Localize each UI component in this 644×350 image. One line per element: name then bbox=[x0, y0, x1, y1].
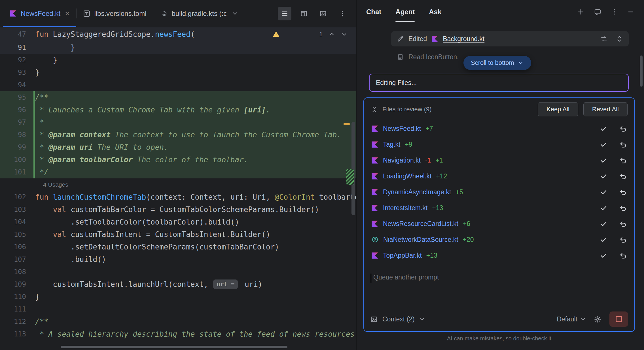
compare-icon[interactable] bbox=[600, 35, 608, 42]
tab-newsfeed[interactable]: NewsFeed.kt × bbox=[3, 0, 76, 27]
tab-libs-versions[interactable]: libs.versions.toml bbox=[77, 0, 153, 27]
file-link[interactable]: InterestsItem.kt bbox=[383, 204, 427, 212]
code-editor[interactable]: 91 }92 }93}9495/**96 * Launches a Custom… bbox=[0, 41, 356, 350]
close-icon[interactable]: × bbox=[65, 10, 69, 18]
file-link[interactable]: NewsResourceCardList.kt bbox=[383, 220, 458, 228]
collapse-icon[interactable] bbox=[371, 106, 378, 113]
revert-file-button[interactable] bbox=[619, 188, 627, 196]
code-line[interactable]: 91 } bbox=[0, 41, 356, 54]
code-line[interactable]: 106 .setDefaultColorSchemeParams(customT… bbox=[0, 241, 356, 253]
revert-all-button[interactable]: Revert All bbox=[583, 102, 628, 116]
horizontal-scrollbar[interactable] bbox=[61, 346, 287, 348]
file-link[interactable]: DynamicAsyncImage.kt bbox=[383, 188, 451, 196]
revert-file-button[interactable] bbox=[619, 125, 627, 133]
context-selector[interactable]: Context (2) bbox=[382, 315, 415, 323]
kebab-menu-icon[interactable] bbox=[611, 8, 618, 16]
code-line[interactable]: 102fun launchCustomChromeTab(context: Co… bbox=[0, 191, 356, 203]
accept-file-button[interactable] bbox=[600, 172, 607, 180]
file-row[interactable]: DynamicAsyncImage.kt+5 bbox=[364, 184, 634, 200]
tab-build-gradle[interactable]: build.gradle.kts (:c bbox=[153, 0, 245, 27]
code-line[interactable]: 111 bbox=[0, 303, 356, 315]
file-row[interactable]: InterestsItem.kt+13 bbox=[364, 200, 634, 216]
code-line[interactable]: 109 customTabsIntent.launchUrl(context, … bbox=[0, 278, 356, 291]
accept-file-button[interactable] bbox=[600, 125, 607, 133]
accept-file-button[interactable] bbox=[600, 157, 607, 164]
file-link[interactable]: LoadingWheel.kt bbox=[383, 172, 431, 180]
file-link[interactable]: NewsFeed.kt bbox=[383, 125, 421, 133]
code-line[interactable]: 113 * A sealed hierarchy describing the … bbox=[0, 328, 356, 340]
code-line[interactable]: 99 * @param uri The URI to open. bbox=[0, 141, 356, 153]
revert-file-button[interactable] bbox=[619, 172, 627, 180]
image-icon[interactable] bbox=[316, 7, 330, 20]
accept-file-button[interactable] bbox=[600, 141, 607, 148]
tab-chat[interactable]: Chat bbox=[366, 0, 381, 24]
code-line[interactable]: 100 * @param toolbarColor The color of t… bbox=[0, 153, 356, 166]
revert-file-button[interactable] bbox=[619, 141, 627, 148]
chevron-down-icon[interactable] bbox=[341, 31, 348, 38]
accept-file-button[interactable] bbox=[600, 188, 607, 196]
panel-scrollbar[interactable] bbox=[640, 56, 643, 87]
revert-file-button[interactable] bbox=[619, 236, 627, 244]
accept-file-button[interactable] bbox=[600, 252, 607, 259]
code-line[interactable]: 105 val customTabsIntent = CustomTabsInt… bbox=[0, 228, 356, 241]
file-row[interactable]: Navigation.kt-1+1 bbox=[364, 152, 634, 168]
chevron-up-icon[interactable] bbox=[328, 31, 335, 38]
usages-inlay[interactable]: 4 Usages bbox=[0, 178, 356, 191]
additions-count: +13 bbox=[432, 204, 443, 212]
sticky-code-line[interactable]: 47 fun LazyStaggeredGridScope.newsFeed( … bbox=[0, 27, 356, 41]
revert-file-button[interactable] bbox=[619, 220, 627, 228]
file-link[interactable]: Navigation.kt bbox=[383, 157, 421, 164]
tab-ask[interactable]: Ask bbox=[429, 0, 441, 24]
code-line[interactable]: 97 * bbox=[0, 116, 356, 129]
code-line[interactable]: 98 * @param context The context to use t… bbox=[0, 129, 356, 141]
code-line[interactable]: 107 .build() bbox=[0, 253, 356, 266]
code-line[interactable]: 110} bbox=[0, 291, 356, 303]
vertical-scrollbar[interactable] bbox=[351, 122, 355, 215]
unfold-icon[interactable] bbox=[616, 35, 623, 42]
image-icon[interactable] bbox=[370, 315, 378, 323]
revert-file-button[interactable] bbox=[619, 252, 627, 259]
scroll-to-bottom-button[interactable]: Scroll to bottom bbox=[463, 56, 531, 70]
accept-file-button[interactable] bbox=[600, 204, 607, 212]
file-link[interactable]: Tag.kt bbox=[383, 141, 400, 148]
keep-all-button[interactable]: Keep All bbox=[538, 102, 578, 116]
file-row[interactable]: NewsFeed.kt+7 bbox=[364, 121, 634, 136]
code-line[interactable]: 104 .setToolbarColor(toolbarColor).build… bbox=[0, 216, 356, 228]
code-line[interactable]: 94 bbox=[0, 79, 356, 91]
accept-file-button[interactable] bbox=[600, 236, 607, 244]
gear-icon[interactable] bbox=[594, 315, 601, 323]
stop-button[interactable] bbox=[609, 311, 628, 327]
accept-file-button[interactable] bbox=[600, 220, 607, 228]
file-link[interactable]: NiaNetworkDataSource.kt bbox=[383, 236, 458, 244]
comment-bubble-icon[interactable] bbox=[594, 8, 601, 16]
code-line[interactable]: 95/** bbox=[0, 91, 356, 104]
file-row[interactable]: TopAppBar.kt+13 bbox=[364, 247, 634, 263]
edited-file-link[interactable]: Background.kt bbox=[443, 35, 484, 43]
file-link[interactable]: TopAppBar.kt bbox=[383, 252, 422, 259]
vcs-change-stripe-mark[interactable] bbox=[346, 169, 354, 185]
code-line[interactable]: 92 } bbox=[0, 54, 356, 66]
code-line[interactable]: 103 val customTabBarColor = CustomTabCol… bbox=[0, 203, 356, 216]
code-line[interactable]: 108 bbox=[0, 266, 356, 278]
code-line[interactable]: 96 * Launches a Custom Chrome Tab with t… bbox=[0, 104, 356, 116]
revert-file-button[interactable] bbox=[619, 157, 627, 164]
chevron-down-icon[interactable] bbox=[232, 10, 238, 17]
kebab-menu-icon[interactable] bbox=[336, 7, 349, 20]
file-row[interactable]: NiaNetworkDataSource.kt+20 bbox=[364, 232, 634, 247]
file-row[interactable]: Tag.kt+9 bbox=[364, 136, 634, 152]
warning-stripe-mark[interactable] bbox=[344, 123, 350, 125]
revert-file-button[interactable] bbox=[619, 204, 627, 212]
chevron-down-icon[interactable] bbox=[419, 316, 425, 322]
file-row[interactable]: LoadingWheel.kt+12 bbox=[364, 168, 634, 184]
code-line[interactable]: 101 */ bbox=[0, 166, 356, 178]
plus-icon[interactable] bbox=[577, 8, 585, 16]
model-label: Default bbox=[557, 315, 577, 323]
file-row[interactable]: NewsResourceCardList.kt+6 bbox=[364, 216, 634, 232]
tab-agent[interactable]: Agent bbox=[395, 0, 415, 24]
edited-file-step[interactable]: Edited Background.kt bbox=[391, 31, 629, 46]
model-selector[interactable]: Default bbox=[557, 315, 586, 323]
minimize-icon[interactable] bbox=[627, 8, 634, 16]
code-line[interactable]: 112/** bbox=[0, 315, 356, 328]
prompt-input[interactable]: Queue another prompt bbox=[364, 263, 634, 307]
code-line[interactable]: 93} bbox=[0, 66, 356, 79]
